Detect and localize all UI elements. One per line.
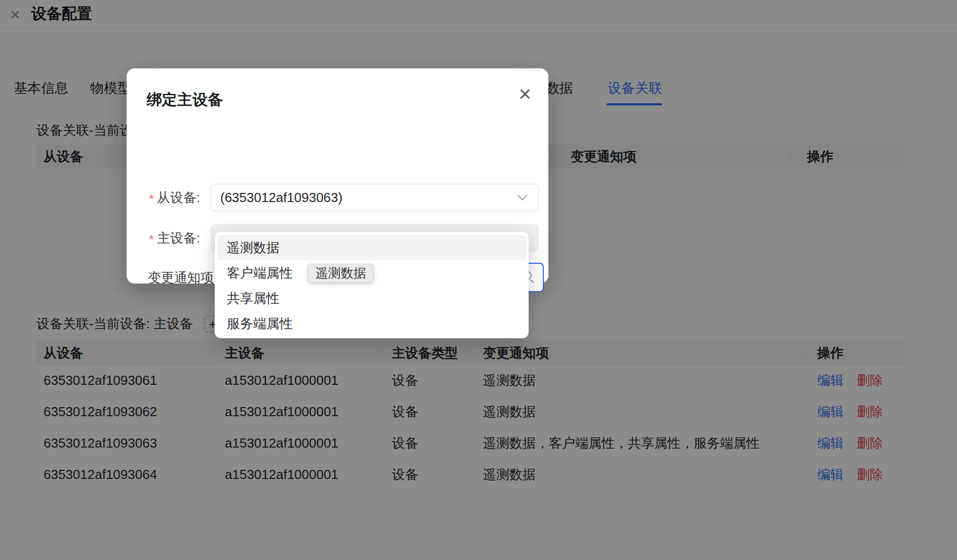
device-config-page: × 设备配置 基本信息 物模型 遥测数据 设备关联 设备关联-当前设备: 从设备… — [0, 0, 957, 560]
form-row-slave-device: * 从设备: (6353012af1093063) — [127, 184, 539, 211]
field-label: 主设备: — [157, 229, 204, 247]
option-telemetry-data[interactable]: 遥测数据 — [217, 235, 526, 260]
option-shared-attributes[interactable]: 共享属性 — [215, 286, 529, 311]
required-asterisk: * — [147, 188, 156, 207]
required-asterisk: * — [147, 229, 156, 248]
slave-device-select[interactable]: (6353012af1093063) — [211, 184, 539, 211]
modal-close-icon[interactable]: × — [519, 84, 531, 105]
chevron-down-icon — [517, 190, 528, 201]
notify-options-dropdown: 遥测数据 客户端属性 共享属性 服务端属性 — [215, 232, 529, 338]
drag-ghost-tag: 遥测数据 — [308, 264, 374, 283]
field-label: 变更通知项: — [148, 269, 224, 287]
field-label: 从设备: — [157, 189, 204, 207]
option-server-attributes[interactable]: 服务端属性 — [215, 311, 529, 336]
modal-title: 绑定主设备 — [147, 90, 223, 110]
selected-value: (6353012af1093063) — [220, 190, 342, 206]
